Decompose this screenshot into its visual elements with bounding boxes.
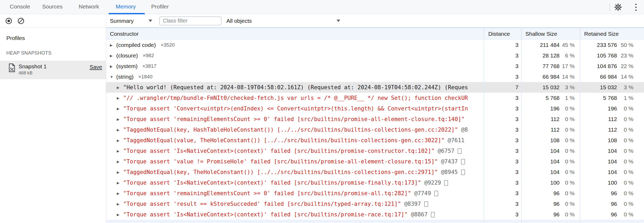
retained-size-cell: 233 576 50 %	[580, 40, 644, 50]
disclosure-triangle-icon[interactable]: ▶	[110, 43, 115, 47]
clear-icon[interactable]	[17, 17, 25, 25]
retained-size-cell: 100 0 %	[580, 177, 644, 188]
table-row-string-object[interactable]: ▶ "Hello world! (Requested at: 2024-08-1…	[106, 82, 644, 93]
retained-size-cell: 5 768 1 %	[580, 93, 644, 103]
class-filter-input[interactable]	[159, 16, 222, 25]
distance-cell: 3	[484, 209, 521, 220]
save-link[interactable]: Save	[90, 64, 102, 70]
table-row-constructor-group[interactable]: ▶ (closure) ×982 3 28 128 6 % 105 768 23…	[106, 50, 644, 61]
shallow-size-cell: 5 768 1 %	[521, 93, 580, 103]
disclosure-triangle-icon[interactable]: ▶	[117, 86, 122, 90]
tab-memory[interactable]: Memory	[116, 0, 136, 13]
record-icon[interactable]	[5, 17, 13, 25]
toolbar-divider	[610, 3, 610, 11]
constructor-cell: ▶ "Torque assert 'value != PromiseHole' …	[106, 156, 484, 167]
tab-network[interactable]: Network	[79, 0, 99, 13]
table-row-string-object[interactable]: ▶ "Torque assert 'remainingElementsCount…	[106, 114, 644, 124]
column-header-shallow-size[interactable]: Shallow Size	[521, 28, 580, 39]
table-row-constructor-group[interactable]: ▼ (string) ×1840 3 66 984 14 % 66 984 14…	[106, 72, 644, 82]
shallow-size-cell: 96 0 %	[521, 209, 580, 220]
object-id: @7749	[414, 190, 431, 197]
tab-console[interactable]: Console	[10, 0, 30, 13]
constructor-cell: ▶ "TaggedNotEqual(key, TheHoleConstant()…	[106, 167, 484, 177]
shallow-size-cell: 108 0 %	[521, 135, 580, 146]
heap-summary-grid: Constructor Distance Shallow Size Retain…	[106, 28, 644, 223]
objects-filter-select[interactable]: All objects	[226, 14, 340, 27]
table-row-constructor-group[interactable]: ▶ (system) ×3817 3 77 768 17 % 104 876 2…	[106, 61, 644, 72]
disclosure-triangle-icon[interactable]: ▶	[110, 64, 115, 68]
disclosure-triangle-icon[interactable]: ▶	[117, 96, 122, 100]
disclosure-triangle-icon[interactable]: ▶	[117, 149, 122, 153]
kebab-menu-icon[interactable]	[633, 3, 638, 11]
disclosure-triangle-icon[interactable]: ▶	[117, 213, 122, 217]
perspective-select[interactable]: Summary	[110, 14, 152, 27]
shallow-size-cell: 100 0 %	[521, 177, 580, 188]
disclosure-triangle-icon[interactable]: ▶	[110, 54, 115, 58]
shallow-size-cell: 104 0 %	[521, 146, 580, 156]
string-value: "Torque assert 'Is<NativeContext>(contex…	[123, 211, 408, 218]
retained-size-percent: 0 %	[617, 169, 633, 175]
retained-size-cell: 15 032 3 %	[580, 82, 644, 93]
table-row-constructor-group[interactable]: ▶ (compiled code) ×3520 3 211 484 45 % 2…	[106, 40, 644, 50]
column-header-constructor[interactable]: Constructor	[106, 28, 484, 39]
string-value: "Hello world! (Requested at: 2024-08-19T…	[123, 84, 468, 91]
table-row-string-object[interactable]: ▶ "Torque assert 'value != PromiseHole' …	[106, 156, 644, 167]
string-value: "Torque assert 'result == kStoreSucceded…	[123, 201, 401, 207]
snapshot-size: 468 kB	[19, 70, 47, 76]
shallow-size-value: 28 128	[522, 52, 560, 59]
disclosure-triangle-icon[interactable]: ▶	[117, 128, 122, 132]
retained-size-percent: 0 %	[617, 116, 633, 122]
table-row-string-object[interactable]: ▶ "// .wrangler/tmp/bundle-FmNIt0/checke…	[106, 93, 644, 103]
distance-cell: 3	[484, 93, 521, 103]
gear-icon[interactable]	[614, 3, 622, 11]
shallow-size-cell: 66 984 14 %	[521, 72, 580, 82]
constructor-cell: ▶ (system) ×3817	[106, 61, 484, 72]
profiles-sidebar: Profiles HEAP SNAPSHOTS Snapshot 1 468 k…	[0, 28, 106, 223]
disclosure-triangle-icon[interactable]: ▶	[117, 181, 122, 185]
disclosure-triangle-icon[interactable]: ▼	[110, 75, 115, 79]
table-row-string-object[interactable]: ▶ "TaggedNotEqual(value, TheHoleConstant…	[106, 135, 644, 146]
retained-size-value: 104	[580, 148, 617, 154]
tab-sources[interactable]: Sources	[42, 0, 62, 13]
shallow-size-percent: 1 %	[560, 95, 575, 101]
table-row-string-object[interactable]: ▶ "TaggedNotEqual(key, HashTableHoleCons…	[106, 124, 644, 135]
memory-toolbar: Summary All objects	[106, 14, 644, 27]
retained-size-value: 196	[580, 105, 617, 112]
shallow-size-percent: 0 %	[560, 190, 575, 197]
sidebar-item-snapshot-1[interactable]: Snapshot 1 468 kB Save	[0, 61, 106, 79]
shallow-size-value: 77 768	[522, 63, 560, 69]
snapshot-name: Snapshot 1	[19, 63, 47, 70]
object-link-placeholder-icon	[431, 212, 435, 217]
distance-cell: 3	[484, 188, 521, 199]
column-header-retained-size[interactable]: Retained Size	[580, 28, 644, 39]
retained-size-cell: 104 0 %	[580, 156, 644, 167]
disclosure-triangle-icon[interactable]: ▶	[117, 107, 122, 111]
disclosure-triangle-icon[interactable]: ▶	[117, 160, 122, 164]
table-row-string-object[interactable]: ▶ "Torque assert 'Convert<uintptr>(endIn…	[106, 103, 644, 114]
retained-size-percent: 0 %	[617, 148, 633, 154]
table-row-string-object[interactable]: ▶ "Torque assert 'Is<NativeContext>(cont…	[106, 209, 644, 220]
shallow-size-cell: 196 0 %	[521, 103, 580, 114]
disclosure-triangle-icon[interactable]: ▶	[117, 202, 122, 206]
table-row-string-object[interactable]: ▶ "Torque assert 'result == kStoreSucced…	[106, 199, 644, 209]
table-row-string-object[interactable]: ▶ "Torque assert 'Is<NativeContext>(cont…	[106, 177, 644, 188]
distance-cell: 3	[484, 103, 521, 114]
distance-cell: 7	[484, 82, 521, 93]
panel-toolbar: Summary All objects	[0, 14, 644, 28]
object-link-placeholder-icon	[424, 201, 428, 207]
shallow-size-percent: 14 %	[560, 74, 575, 80]
table-row-string-object[interactable]: ▶ "TaggedNotEqual(key, TheHoleConstant()…	[106, 167, 644, 177]
table-row-string-object[interactable]: ▶ "Torque assert 'Is<NativeContext>(cont…	[106, 146, 644, 156]
tab-profiler[interactable]: Profiler	[151, 0, 169, 13]
column-header-distance[interactable]: Distance	[484, 28, 521, 39]
table-row-string-object[interactable]: ▶ "Torque assert 'remainingElementsCount…	[106, 188, 644, 199]
shallow-size-value: 5 768	[522, 95, 560, 101]
disclosure-triangle-icon[interactable]: ▶	[117, 170, 122, 174]
disclosure-triangle-icon[interactable]: ▶	[117, 117, 122, 121]
disclosure-triangle-icon[interactable]: ▶	[117, 139, 122, 142]
shallow-size-percent: 17 %	[560, 63, 575, 69]
disclosure-triangle-icon[interactable]: ▶	[117, 191, 122, 195]
retained-size-value: 108	[580, 137, 617, 144]
shallow-size-value: 96	[522, 190, 560, 197]
shallow-size-cell: 104 0 %	[521, 156, 580, 167]
